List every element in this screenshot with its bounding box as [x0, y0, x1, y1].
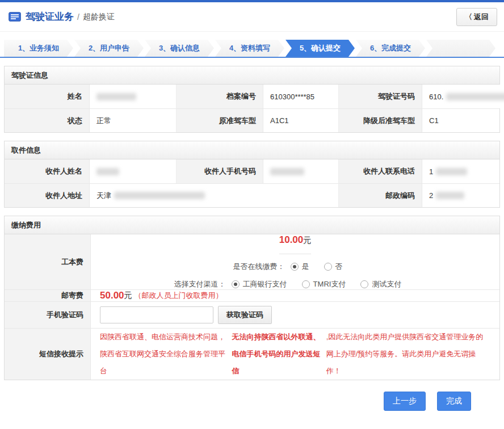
footer-actions: 上一步 完成	[0, 380, 504, 411]
step-label: 3、确认信息	[159, 43, 200, 53]
phone-prefix: 1	[429, 167, 433, 176]
breadcrumb-current: 超龄换证	[83, 12, 115, 22]
form-list-icon	[9, 12, 21, 22]
step-tab-2[interactable]: 2、用户申告	[74, 40, 144, 57]
sms-notice-part1: 因陕西省联通、电信运营商技术问题，陕西省互联网交通安全综合服务管理平台	[100, 329, 232, 380]
radio-channel-tmri[interactable]: TMRI支付	[302, 279, 346, 289]
step-label: 1、业务须知	[18, 43, 59, 53]
step-tab-3[interactable]: 3、确认信息	[145, 40, 214, 57]
license-info-title: 驾驶证信息	[5, 66, 499, 85]
production-fee-amount: 10.00	[279, 234, 304, 245]
sms-notice-part3: ,因此无法向此类用户提供陕西省交通管理业务的网上办理/预约等服务。请此类用户避免…	[326, 329, 490, 380]
recipient-label: 收件人姓名	[5, 159, 90, 183]
chevron-left-icon	[465, 12, 472, 21]
radio-icon	[232, 280, 240, 288]
redacted-license-no	[446, 93, 504, 100]
radio-online-yes[interactable]: 是	[291, 262, 309, 272]
recipient-value	[90, 159, 177, 183]
step-label: 4、资料填写	[229, 43, 270, 53]
previous-step-button[interactable]: 上一步	[384, 392, 426, 411]
redacted-recipient	[96, 168, 119, 175]
postage-fee-value: 50.00元 （邮政人员上门收取费用）	[91, 289, 499, 301]
fees-section: 缴纳费用 工本费 10.00元 是否在线缴费： 是 否 选择支付渠道：	[4, 216, 500, 380]
radio-online-no[interactable]: 否	[324, 262, 343, 272]
license-no-value: 610.	[422, 85, 504, 108]
mobile-value	[263, 159, 339, 183]
breadcrumb-divider: /	[77, 12, 79, 22]
license-no-label: 驾驶证号码	[339, 85, 422, 108]
radio-icon	[291, 263, 299, 271]
radio-label: 是	[302, 262, 309, 272]
new-class-value: C1	[422, 108, 499, 132]
radio-channel-test[interactable]: 测试支付	[360, 279, 401, 289]
production-fee-label: 工本费	[5, 234, 91, 289]
online-pay-question: 是否在线缴费：	[233, 262, 285, 272]
production-fee-value: 10.00元 是否在线缴费： 是 否 选择支付渠道： 工商银行支付	[91, 234, 499, 289]
address-value: 天津	[90, 183, 339, 207]
step-tab-filler	[426, 40, 495, 57]
redacted-address	[114, 192, 205, 199]
new-class-label: 降级后准驾车型	[339, 108, 422, 132]
status-value: 正常	[90, 108, 177, 132]
fees-title: 缴纳费用	[5, 216, 499, 234]
mobile-label: 收件人手机号码	[177, 159, 263, 183]
postage-fee-note: （邮政人员上门收取费用）	[135, 291, 223, 301]
radio-label: 否	[335, 262, 343, 272]
redacted-name	[96, 93, 136, 100]
postage-fee-label: 邮寄费	[5, 289, 91, 301]
redacted-phone	[436, 168, 467, 175]
sms-notice-text: 因陕西省联通、电信运营商技术问题，陕西省互联网交通安全综合服务管理平台无法向持陕…	[91, 328, 499, 380]
redacted-mobile	[270, 168, 304, 175]
license-info-section: 驾驶证信息 姓名 档案编号 610300****85 驾驶证号码 610. 状态…	[4, 66, 500, 133]
phone-label: 收件人联系电话	[339, 159, 422, 183]
radio-label: 测试支付	[372, 279, 401, 289]
radio-label: 工商银行支付	[243, 279, 287, 289]
step-tab-4[interactable]: 4、资料填写	[215, 40, 284, 57]
name-value	[90, 85, 177, 108]
back-button[interactable]: 返回	[456, 8, 497, 26]
pay-channel-row: 选择支付渠道： 工商银行支付 TMRI支付 测试支付	[174, 279, 417, 289]
production-fee-amount-line: 10.00元	[279, 234, 312, 254]
step-progress-bar: 1、业务须知 2、用户申告 3、确认信息 4、资料填写 5、确认提交 6、完成提…	[0, 40, 504, 58]
phone-value: 1	[422, 159, 499, 183]
online-pay-row: 是否在线缴费： 是 否	[233, 262, 358, 272]
file-no-label: 档案编号	[177, 85, 263, 108]
step-label: 6、完成提交	[370, 43, 411, 53]
postcode-prefix: 2	[429, 191, 433, 200]
pay-channel-question: 选择支付渠道：	[174, 279, 226, 289]
get-captcha-button[interactable]: 获取验证码	[218, 306, 272, 324]
step-tab-1[interactable]: 1、业务须知	[4, 40, 73, 57]
page-title: 驾驶证业务	[26, 10, 74, 23]
file-no-value: 610300****85	[263, 85, 339, 108]
address-prefix: 天津	[96, 191, 111, 201]
postage-fee-amount: 50.00	[100, 290, 124, 301]
captcha-label: 手机验证码	[5, 301, 91, 328]
radio-icon	[302, 280, 310, 288]
step-tab-6[interactable]: 6、完成提交	[356, 40, 425, 57]
step-label: 2、用户申告	[89, 43, 129, 53]
name-label: 姓名	[5, 85, 90, 108]
finish-button[interactable]: 完成	[437, 392, 471, 411]
radio-label: TMRI支付	[313, 279, 346, 289]
postcode-value: 2	[422, 183, 499, 207]
captcha-row: 获取验证码	[91, 301, 499, 328]
orig-class-value: A1C1	[263, 108, 339, 132]
radio-channel-icbc[interactable]: 工商银行支付	[232, 279, 287, 289]
step-label: 5、确认提交	[300, 43, 341, 53]
production-fee-unit: 元	[303, 235, 311, 245]
postage-fee-unit: 元	[124, 291, 132, 301]
step-tab-5[interactable]: 5、确认提交	[285, 40, 355, 57]
status-label: 状态	[5, 108, 90, 132]
license-no-prefix: 610.	[429, 92, 443, 101]
sms-notice-label: 短信接收提示	[5, 328, 91, 380]
pickup-info-section: 取件信息 收件人姓名 收件人手机号码 收件人联系电话 1 收件人地址 天津 邮政…	[4, 141, 500, 208]
page-header: 驾驶证业务 / 超龄换证 返回	[0, 2, 504, 32]
pickup-info-title: 取件信息	[5, 141, 499, 159]
captcha-input[interactable]	[100, 306, 213, 323]
radio-icon	[324, 263, 332, 271]
redacted-postcode	[436, 192, 464, 199]
postcode-label: 邮政编码	[339, 183, 422, 207]
back-button-label: 返回	[474, 12, 489, 21]
address-label: 收件人地址	[5, 183, 90, 207]
radio-icon	[360, 280, 368, 288]
